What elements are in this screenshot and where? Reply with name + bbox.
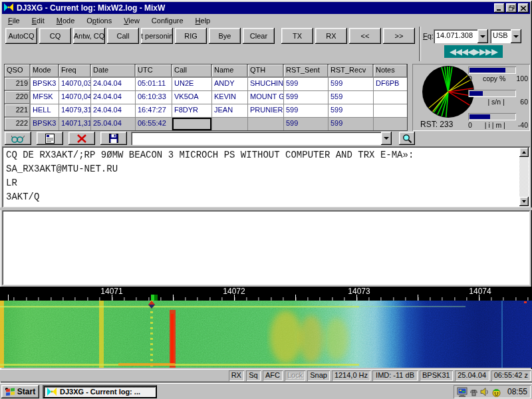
toolbar-button-tx[interactable]: TX xyxy=(281,28,313,44)
speaker-tray-icon[interactable] xyxy=(480,387,490,397)
toolbar-button-bye[interactable]: Bye xyxy=(209,28,241,44)
log-cell-call[interactable]: F8DYR xyxy=(172,104,211,117)
scroll-up-button[interactable] xyxy=(519,148,529,157)
mixw-smiley-tray-icon[interactable] xyxy=(491,387,501,397)
log-header-rst_sent[interactable]: RST_Sent xyxy=(284,65,328,77)
waterfall-frequency-scale[interactable]: 14071140721407314074 xyxy=(0,287,532,301)
log-cell-utc[interactable]: 06:10:33 xyxy=(136,91,172,104)
log-cell-rst_sent[interactable]: 599 xyxy=(284,104,328,117)
menu-item-view[interactable]: View xyxy=(118,16,146,25)
log-cell-name[interactable]: ANDY xyxy=(212,78,247,90)
log-cell-qth[interactable]: MOUNT G xyxy=(248,91,283,104)
clock[interactable]: 08:55 xyxy=(507,387,527,396)
tuning-left-arrows-icon[interactable]: ◀◀◀◀ xyxy=(450,47,473,57)
toolbar-button-cq[interactable]: CQ xyxy=(39,28,71,44)
toolbar-button-rx[interactable]: RX xyxy=(315,28,347,44)
search-button[interactable] xyxy=(399,132,415,145)
log-cell-notes[interactable]: DF6PB xyxy=(374,78,407,90)
log-cell-freq[interactable]: 14071,31 xyxy=(59,118,90,130)
log-header-freq[interactable]: Freq xyxy=(59,65,90,77)
log-header-call[interactable]: Call xyxy=(172,65,211,77)
waterfall[interactable]: 14071140721407314074 xyxy=(0,287,532,368)
rx-text-area[interactable]: CQ DE RX3AKT/;RP 9ØMW BEACON 3 MICROCH P… xyxy=(2,146,530,207)
menu-item-help[interactable]: Help xyxy=(190,16,217,25)
log-cell-utc[interactable]: 05:01:11 xyxy=(136,78,172,90)
log-header-qso[interactable]: QSO xyxy=(5,65,30,77)
callsign-search-combobox[interactable] xyxy=(131,132,392,145)
toolbar-button-blank[interactable]: << xyxy=(349,28,381,44)
search-dropdown-button[interactable] xyxy=(381,132,392,145)
log-cell-call[interactable]: VK5OA xyxy=(172,91,211,104)
view-log-button[interactable] xyxy=(5,132,31,145)
callsign-search-value[interactable] xyxy=(131,132,381,145)
log-cell-notes[interactable] xyxy=(374,118,407,130)
tx-text-area[interactable] xyxy=(2,210,530,285)
log-cell-qth[interactable]: PRUNIER xyxy=(248,104,283,117)
sideband-value[interactable]: USB xyxy=(490,29,511,43)
log-cell-utc[interactable]: 06:55:42 xyxy=(136,118,172,130)
sideband-combobox[interactable]: USB xyxy=(490,29,521,43)
toolbar-button-antw-cq[interactable]: Antw, CQ xyxy=(73,28,105,44)
log-cell-date[interactable]: 24.04.04 xyxy=(91,91,135,104)
log-cell-freq[interactable]: 14070,03 xyxy=(59,78,90,90)
log-cell-mode[interactable]: BPSK3 xyxy=(31,118,59,130)
log-header-name[interactable]: Name xyxy=(212,65,247,77)
title-bar[interactable]: DJ3XG - Current log: MixW2.log - MixW xyxy=(2,2,530,14)
status-afc[interactable]: AFC xyxy=(263,370,283,381)
toolbar-button-t-personin[interactable]: t personin xyxy=(141,28,173,44)
log-cell-rst_sent[interactable]: 599 xyxy=(284,91,328,104)
status-rx[interactable]: RX xyxy=(229,370,244,381)
toolbar-button-autocq[interactable]: AutoCQ xyxy=(5,28,37,44)
log-cell-qth[interactable] xyxy=(248,118,283,130)
save-qso-button[interactable] xyxy=(100,132,127,145)
log-cell-notes[interactable] xyxy=(374,104,407,117)
restore-button[interactable] xyxy=(506,3,517,13)
log-cell-name[interactable] xyxy=(212,118,247,130)
log-header-utc[interactable]: UTC xyxy=(136,65,172,77)
menu-item-options[interactable]: Options xyxy=(80,16,118,25)
scroll-down-button[interactable] xyxy=(519,197,529,206)
log-header-qth[interactable]: QTH xyxy=(248,65,283,77)
log-cell-qso[interactable]: 222 xyxy=(5,118,30,130)
log-cell-call[interactable]: UN2E xyxy=(172,78,211,90)
log-cell-rst_recv[interactable]: 559 xyxy=(329,91,373,104)
sideband-dropdown-button[interactable] xyxy=(511,29,521,43)
log-cell-rst_recv[interactable]: 599 xyxy=(329,118,373,130)
log-cell-notes[interactable] xyxy=(374,91,407,104)
status-bpsk31[interactable]: BPSK31 xyxy=(420,370,453,381)
status-snap[interactable]: Snap xyxy=(307,370,330,381)
log-cell-rst_recv[interactable]: 599 xyxy=(329,78,373,90)
frequency-dropdown-button[interactable] xyxy=(477,29,488,43)
tuning-arrows[interactable]: ◀◀◀◀▶▶▶▶ xyxy=(444,45,503,58)
log-header-mode[interactable]: Mode xyxy=(31,65,59,77)
power-plug-tray-icon[interactable] xyxy=(469,387,479,397)
log-cell-utc[interactable]: 16:47:27 xyxy=(136,104,172,117)
toolbar-button-rig[interactable]: RIG xyxy=(175,28,207,44)
close-button[interactable] xyxy=(518,3,529,13)
log-cell-mode[interactable]: HELL xyxy=(31,104,59,117)
log-cell-mode[interactable]: BPSK3 xyxy=(31,78,59,90)
log-header-rst_recv[interactable]: RST_Recv xyxy=(329,65,373,77)
log-cell-name[interactable]: KEVIN xyxy=(212,91,247,104)
log-cell-date[interactable]: 25.04.04 xyxy=(91,118,135,130)
log-header-notes[interactable]: Notes xyxy=(374,65,407,77)
log-cell-call[interactable] xyxy=(172,118,211,130)
log-cell-date[interactable]: 24.04.04 xyxy=(91,78,135,90)
log-cell-qso[interactable]: 221 xyxy=(5,104,30,117)
log-cell-freq[interactable]: 14070,04 xyxy=(59,91,90,104)
display-tray-icon[interactable] xyxy=(457,387,467,397)
status-lock[interactable]: Lock xyxy=(285,370,305,381)
log-header-date[interactable]: Date xyxy=(91,65,135,77)
toolbar-button-clear[interactable]: Clear xyxy=(243,28,275,44)
log-cell-mode[interactable]: MFSK xyxy=(31,91,59,104)
log-cell-rst_sent[interactable]: 599 xyxy=(284,78,328,90)
menu-item-file[interactable]: File xyxy=(2,16,26,25)
rx-scrollbar[interactable] xyxy=(519,148,529,206)
frequency-combobox[interactable]: 14.071.308 xyxy=(434,29,488,43)
waterfall-spectrum[interactable] xyxy=(0,301,532,368)
tuning-right-arrows-icon[interactable]: ▶▶▶▶ xyxy=(473,47,497,57)
status-sq[interactable]: Sq xyxy=(246,370,261,381)
log-cell-freq[interactable]: 14079,31 xyxy=(59,104,90,117)
edit-qso-button[interactable] xyxy=(37,132,63,145)
start-button[interactable]: Start xyxy=(1,385,39,398)
